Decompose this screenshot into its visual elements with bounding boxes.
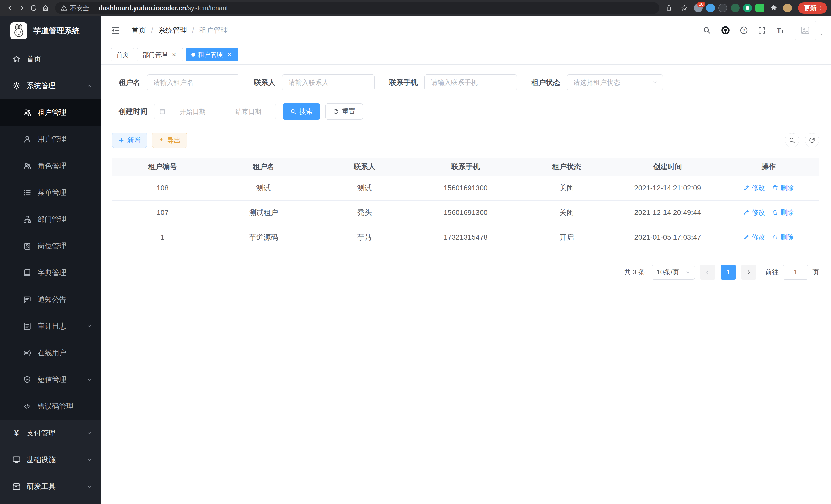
- browser-home-button[interactable]: [39, 2, 51, 14]
- filter-status: 租户状态 请选择租户状态: [532, 75, 663, 90]
- app-logo: [10, 22, 27, 39]
- broken-image-icon: [800, 25, 810, 35]
- prev-page-button[interactable]: [700, 265, 715, 280]
- browser-reload-button[interactable]: [28, 2, 39, 14]
- extension-icon-blue[interactable]: [706, 4, 715, 12]
- extension-badge: 10: [697, 2, 705, 7]
- avatar-caret-icon[interactable]: [819, 32, 823, 36]
- gear-icon: [12, 82, 21, 90]
- url-domain: dashboard.yudao.iocoder.cn: [99, 4, 186, 12]
- sidebar-item-user[interactable]: 用户管理: [0, 126, 101, 153]
- sidebar-item-error-code[interactable]: 错误码管理: [0, 393, 101, 420]
- sidebar-item-home[interactable]: 首页: [0, 46, 101, 72]
- contact-input[interactable]: [282, 75, 375, 90]
- share-button[interactable]: [663, 2, 675, 14]
- address-bar[interactable]: 不安全 dashboard.yudao.iocoder.cn /system/t…: [55, 2, 659, 14]
- extension-icon-green-dot[interactable]: [743, 4, 752, 12]
- browser-back-button[interactable]: [4, 2, 16, 14]
- app-logo-row[interactable]: 芋道管理系统: [0, 16, 101, 46]
- browser-update-button[interactable]: 更新: [798, 2, 827, 13]
- delete-button[interactable]: 删除: [772, 233, 794, 242]
- plus-icon: [118, 138, 124, 143]
- search-icon: [290, 109, 296, 115]
- sidebar-item-label: 角色管理: [37, 161, 92, 171]
- bookmark-button[interactable]: [678, 2, 690, 14]
- edit-label: 修改: [752, 183, 765, 192]
- sidebar-item-tenant[interactable]: 租户管理: [0, 99, 101, 126]
- sidebar-item-menu[interactable]: 菜单管理: [0, 179, 101, 206]
- tab-close-icon[interactable]: ×: [170, 51, 177, 58]
- chevron-down-icon: [86, 483, 92, 490]
- add-button[interactable]: 新增: [112, 132, 147, 148]
- tenant-name-input[interactable]: [147, 75, 239, 90]
- extension-icon-dark[interactable]: [718, 4, 727, 12]
- mobile-input[interactable]: [425, 75, 517, 90]
- next-page-button[interactable]: [741, 265, 756, 280]
- header-search-button[interactable]: [703, 26, 711, 35]
- help-button[interactable]: ?: [740, 26, 748, 35]
- sidebar-menu: 首页 系统管理 租户管理 用户管理: [0, 46, 101, 504]
- sidebar-item-label: 审计日志: [37, 321, 81, 331]
- delete-button[interactable]: 删除: [772, 183, 794, 192]
- tab-dept[interactable]: 部门管理 ×: [137, 48, 183, 61]
- sidebar-item-devtool[interactable]: 研发工具: [0, 473, 101, 500]
- search-button[interactable]: 搜索: [283, 103, 320, 120]
- menu-list-icon: [23, 188, 32, 197]
- edit-button[interactable]: 修改: [743, 183, 765, 192]
- fullscreen-button[interactable]: [757, 26, 766, 35]
- security-chip[interactable]: 不安全: [61, 4, 89, 12]
- tab-tenant[interactable]: 租户管理 ×: [186, 48, 238, 61]
- profile-avatar-icon[interactable]: [783, 4, 792, 12]
- font-size-button[interactable]: TT: [775, 25, 785, 35]
- table-row: 107 测试租户 秃头 15601691300 关闭 2021-12-14 20…: [112, 200, 819, 225]
- code-icon: [23, 402, 32, 411]
- page-number-button[interactable]: 1: [720, 265, 736, 280]
- tab-home[interactable]: 首页: [111, 48, 134, 61]
- browser-forward-button[interactable]: [16, 2, 28, 14]
- export-button[interactable]: 导出: [152, 132, 187, 148]
- delete-button[interactable]: 删除: [772, 208, 794, 217]
- edit-button[interactable]: 修改: [743, 233, 765, 242]
- sidebar-item-label: 短信管理: [37, 375, 81, 385]
- goto-page-input[interactable]: [783, 265, 808, 280]
- sidebar-fold-button[interactable]: [111, 25, 121, 35]
- extensions-puzzle-button[interactable]: [768, 2, 780, 14]
- sidebar-item-notice[interactable]: 通知公告: [0, 286, 101, 313]
- breadcrumb-separator: /: [192, 26, 194, 34]
- sidebar-item-sms[interactable]: 短信管理: [0, 366, 101, 393]
- search-icon: [789, 137, 795, 144]
- extension-icon-green-square[interactable]: [755, 4, 764, 12]
- extension-icon-darkgreen[interactable]: [731, 4, 740, 12]
- toggle-search-button[interactable]: [785, 133, 799, 147]
- select-placeholder: 请选择租户状态: [573, 78, 620, 87]
- user-avatar[interactable]: [795, 21, 816, 40]
- sidebar-item-role[interactable]: 角色管理: [0, 153, 101, 179]
- puzzle-icon: [770, 5, 777, 11]
- github-link[interactable]: [720, 25, 730, 35]
- sidebar-item-post[interactable]: 岗位管理: [0, 233, 101, 260]
- column-header: 操作: [718, 158, 819, 176]
- sidebar-item-dict[interactable]: 字典管理: [0, 260, 101, 286]
- extension-icon-badged[interactable]: 10: [694, 4, 703, 12]
- breadcrumb-system[interactable]: 系统管理: [158, 25, 187, 35]
- omnibox-divider: [94, 5, 94, 11]
- reset-button[interactable]: 重置: [325, 103, 363, 120]
- sidebar-item-pay[interactable]: ¥ 支付管理: [0, 420, 101, 446]
- sidebar-item-dept[interactable]: 部门管理: [0, 206, 101, 233]
- refresh-table-button[interactable]: [805, 133, 819, 147]
- reset-button-label: 重置: [342, 107, 355, 116]
- page-size-select[interactable]: 10条/页: [652, 265, 695, 280]
- cell-operations: 修改 删除: [718, 200, 819, 225]
- sidebar-item-audit-log[interactable]: 审计日志: [0, 313, 101, 339]
- sidebar-item-system[interactable]: 系统管理: [0, 72, 101, 99]
- status-select[interactable]: 请选择租户状态: [567, 75, 663, 90]
- date-range-picker[interactable]: 开始日期 - 结束日期: [154, 103, 276, 119]
- breadcrumb-home[interactable]: 首页: [132, 25, 146, 35]
- tab-close-icon[interactable]: ×: [226, 51, 233, 58]
- edit-button[interactable]: 修改: [743, 208, 765, 217]
- sidebar-item-infra[interactable]: 基础设施: [0, 446, 101, 473]
- sidebar-item-online-user[interactable]: 在线用户: [0, 339, 101, 366]
- export-button-label: 导出: [167, 136, 181, 145]
- sidebar-item-label: 部门管理: [37, 214, 92, 224]
- filter-mobile: 联系手机: [389, 75, 517, 90]
